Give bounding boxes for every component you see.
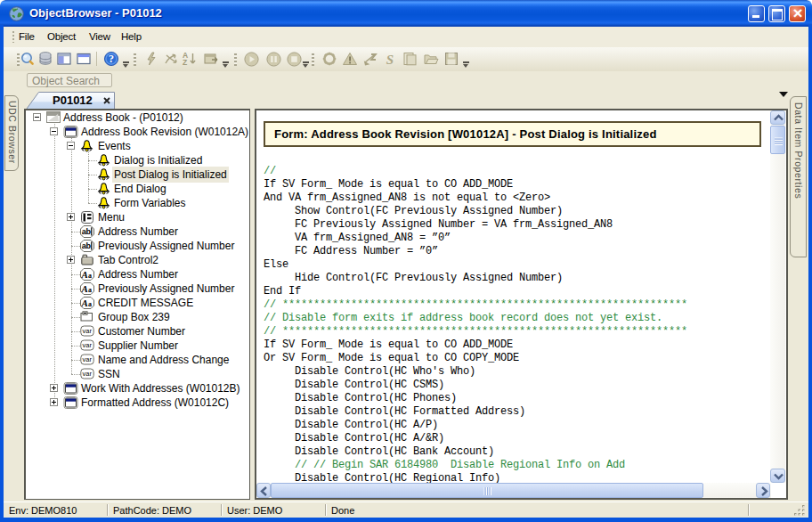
svg-text:A: A bbox=[81, 283, 88, 294]
svg-text:?: ? bbox=[109, 53, 114, 65]
svg-text:A: A bbox=[81, 269, 88, 280]
svg-text:a: a bbox=[88, 272, 92, 280]
svg-text:A: A bbox=[81, 298, 88, 308]
svg-text:var: var bbox=[83, 355, 93, 363]
svg-text:ab: ab bbox=[82, 227, 92, 236]
svg-text:ab: ab bbox=[82, 241, 92, 250]
svg-text:a: a bbox=[88, 300, 92, 308]
svg-text:var: var bbox=[83, 341, 93, 349]
svg-text:P01012: P01012 bbox=[53, 94, 93, 107]
svg-text:S: S bbox=[386, 53, 394, 67]
svg-text:a: a bbox=[88, 286, 92, 294]
svg-text:Z: Z bbox=[183, 58, 187, 67]
svg-text:var: var bbox=[83, 327, 93, 335]
svg-text:var: var bbox=[83, 370, 93, 378]
